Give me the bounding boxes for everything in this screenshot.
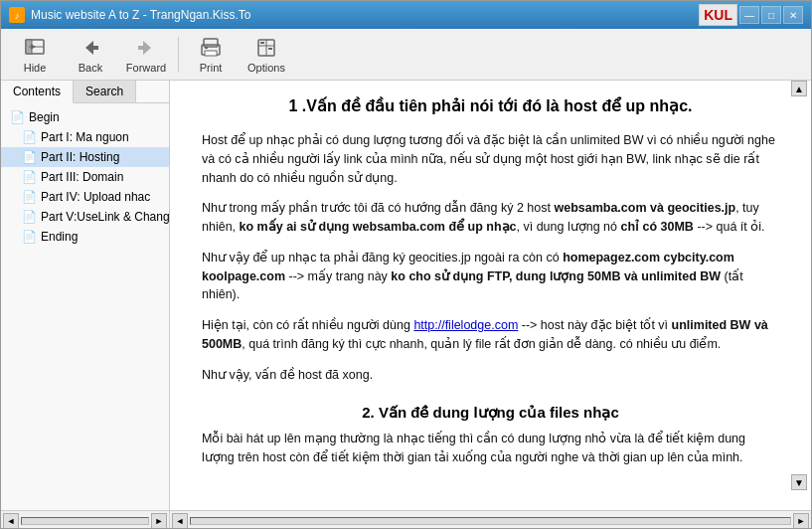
title-bar-left: ♪ Music website A to Z - TrangNgan.Kiss.… [9, 7, 250, 23]
document-icon-5: 📄 [21, 209, 37, 225]
scroll-left-btn[interactable]: ◄ [3, 513, 19, 529]
content-area: ▲ 1 .Vấn đề đầu tiên phải nói tới đó là … [170, 81, 811, 510]
logo-box: KUL [699, 4, 737, 26]
content-para-5: Như vậy, vấn đề host đã xong. [202, 366, 779, 385]
options-label: Options [247, 62, 285, 74]
print-label: Print [200, 62, 223, 74]
close-button[interactable]: ✕ [783, 6, 803, 24]
ko-may-ai-bold: ko mấy ai sử dụng websamba.com để up nhạ… [240, 220, 517, 234]
forward-label: Forward [126, 62, 166, 74]
svg-rect-11 [205, 47, 208, 49]
content-para-6: Mỗi bài hát up lên mạng thường là nhạc t… [202, 430, 779, 467]
content-scroll-right-btn[interactable]: ► [793, 513, 809, 529]
app-icon: ♪ [9, 7, 25, 23]
sidebar-tabs: Contents Search [1, 81, 169, 103]
tree-item-part2[interactable]: 📄 Part II: Hosting [1, 147, 169, 167]
content-scroll[interactable]: 1 .Vấn đề đầu tiên phải nói tới đó là ho… [170, 81, 811, 510]
tab-contents[interactable]: Contents [1, 81, 74, 103]
svg-marker-4 [85, 41, 93, 55]
options-icon [254, 36, 278, 60]
chico-bold: chỉ có 30MB [620, 220, 693, 234]
back-icon [79, 36, 102, 60]
svg-rect-8 [204, 39, 218, 47]
sidebar-scroll-track[interactable] [21, 517, 149, 525]
content-hscrollbar[interactable]: ◄ ► [170, 510, 811, 529]
title-bar: ♪ Music website A to Z - TrangNgan.Kiss.… [1, 1, 811, 29]
content-para-2: Như trong mấy phần trước tôi đã có hướng… [202, 199, 779, 237]
hide-icon [23, 36, 47, 60]
document-icon-3: 📄 [21, 169, 37, 185]
content-heading-2: 2. Vấn đề dung lượng của files nhạc [202, 404, 779, 422]
window-title: Music website A to Z - TrangNgan.Kiss.To [31, 8, 250, 22]
websamba-bold: websamba.com và geocities.jp [554, 201, 735, 215]
minimize-button[interactable]: — [739, 6, 759, 24]
logo-text: KUL [704, 7, 732, 23]
tree-item-begin[interactable]: 📄 Begin [1, 107, 169, 127]
svg-rect-5 [92, 46, 98, 50]
svg-marker-3 [31, 44, 36, 50]
sidebar-tree: 📄 Begin 📄 Part I: Ma nguon 📄 Part II: Ho… [1, 103, 169, 510]
tree-item-ending[interactable]: 📄 Ending [1, 227, 169, 247]
back-label: Back [79, 62, 102, 74]
back-button[interactable]: Back [65, 32, 116, 78]
forward-button[interactable]: Forward [120, 32, 172, 78]
svg-marker-6 [143, 41, 151, 55]
scroll-down-arrow[interactable]: ▼ [791, 474, 807, 490]
svg-rect-15 [260, 42, 264, 44]
ko-cho-bold: ko cho sử dụng FTP, dung lượng 50MB và u… [391, 269, 721, 283]
hide-button[interactable]: Hide [9, 32, 61, 78]
sidebar-hscrollbar[interactable]: ◄ ► [1, 510, 170, 529]
svg-rect-7 [138, 46, 144, 50]
content-para-3: Như vậy để up nhạc ta phải đăng ký geoci… [202, 249, 779, 304]
content-para-4: Hiện tại, còn có rất nhiều người dùng ht… [202, 316, 779, 354]
svg-rect-16 [268, 48, 272, 50]
tree-item-part5[interactable]: 📄 Part V:UseLink & Chang [1, 207, 169, 227]
svg-rect-10 [205, 51, 217, 56]
content-scroll-track[interactable] [190, 517, 791, 525]
scroll-up-arrow[interactable]: ▲ [791, 81, 807, 96]
maximize-button[interactable]: □ [761, 6, 781, 24]
sidebar: Contents Search 📄 Begin 📄 Part I: Ma ngu… [1, 81, 170, 510]
toolbar-separator-1 [178, 37, 179, 73]
document-icon-6: 📄 [21, 229, 37, 245]
print-icon [199, 36, 223, 60]
document-icon-4: 📄 [21, 189, 37, 205]
content-para-1: Host để up nhạc phải có dung lượng tương… [202, 131, 779, 187]
toolbar: Hide Back Forward Print [1, 29, 811, 81]
tab-search[interactable]: Search [74, 81, 136, 102]
tree-item-part3[interactable]: 📄 Part III: Domain [1, 167, 169, 187]
options-button[interactable]: Options [241, 32, 292, 78]
hide-label: Hide [24, 62, 47, 74]
print-button[interactable]: Print [185, 32, 237, 78]
document-icon-2: 📄 [21, 149, 37, 165]
document-icon-1: 📄 [21, 129, 37, 145]
content-heading-1: 1 .Vấn đề đầu tiên phải nói tới đó là ho… [202, 96, 779, 115]
bottom-bar: ◄ ► ◄ ► [1, 510, 811, 529]
tree-item-part4[interactable]: 📄 Part IV: Upload nhac [1, 187, 169, 207]
forward-icon [134, 36, 158, 60]
main-layout: Contents Search 📄 Begin 📄 Part I: Ma ngu… [1, 81, 811, 510]
scroll-right-btn[interactable]: ► [151, 513, 167, 529]
filelodge-link[interactable]: http://filelodge.com [413, 318, 518, 332]
tree-item-part1[interactable]: 📄 Part I: Ma nguon [1, 127, 169, 147]
content-scroll-left-btn[interactable]: ◄ [172, 513, 188, 529]
document-icon: 📄 [9, 109, 25, 125]
window-controls[interactable]: KUL — □ ✕ [699, 4, 803, 26]
